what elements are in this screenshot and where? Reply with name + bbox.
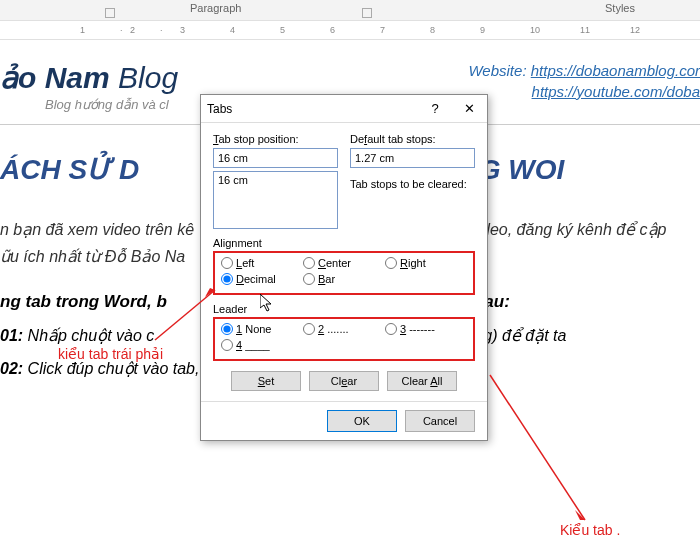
alignment-highlight-box: Left Center Right Decimal Bar bbox=[213, 251, 475, 295]
align-bar-radio[interactable]: Bar bbox=[303, 273, 385, 285]
clear-all-button[interactable]: Clear All bbox=[387, 371, 457, 391]
dialog-titlebar[interactable]: Tabs ? ✕ bbox=[201, 95, 487, 123]
blog-links: Website: https://dobaonamblog.cor https:… bbox=[468, 60, 700, 102]
tab-stop-position-input[interactable] bbox=[213, 148, 338, 168]
annotation-right: Kiểu tab . bbox=[560, 522, 620, 538]
tabs-dialog: Tabs ? ✕ Tab stop position: 16 cm Defaul… bbox=[200, 94, 488, 441]
annotation-left: kiểu tab trái phải bbox=[58, 346, 163, 362]
alignment-group-label: Alignment bbox=[213, 237, 475, 251]
blog-subtitle: Blog hướng dẫn và cl bbox=[0, 97, 178, 112]
align-left-radio[interactable]: Left bbox=[221, 257, 303, 269]
annotation-arrow bbox=[150, 285, 230, 345]
leader-highlight-box: 1 None 2 ....... 3 ------- 4 ____ bbox=[213, 317, 475, 361]
dialog-launcher-icon[interactable] bbox=[362, 8, 372, 18]
tab-stop-position-label: Tab stop position: bbox=[213, 133, 338, 145]
close-icon[interactable]: ✕ bbox=[457, 101, 481, 116]
ok-button[interactable]: OK bbox=[327, 410, 397, 432]
default-tab-label: Default tab stops: bbox=[350, 133, 475, 145]
svg-line-2 bbox=[490, 375, 585, 520]
mouse-cursor-icon bbox=[260, 294, 276, 314]
blog-title: ảo Nam Blog bbox=[0, 60, 178, 95]
align-right-radio[interactable]: Right bbox=[385, 257, 467, 269]
cancel-button[interactable]: Cancel bbox=[405, 410, 475, 432]
leader-3-dashes-radio[interactable]: 3 ------- bbox=[385, 323, 467, 335]
default-tab-input[interactable] bbox=[350, 148, 475, 168]
ruler[interactable]: 1·2·3456789101112 bbox=[0, 20, 700, 40]
youtube-link[interactable]: https://youtube.com/doba bbox=[532, 83, 700, 100]
dialog-title: Tabs bbox=[207, 102, 413, 116]
annotation-arrow bbox=[485, 370, 605, 530]
leader-group-label: Leader bbox=[213, 303, 475, 317]
leader-1-none-radio[interactable]: 1 None bbox=[221, 323, 303, 335]
align-center-radio[interactable]: Center bbox=[303, 257, 385, 269]
ribbon-group-styles: Styles bbox=[605, 2, 635, 14]
website-link[interactable]: https://dobaonamblog.cor bbox=[531, 62, 700, 79]
leader-2-dots-radio[interactable]: 2 ....... bbox=[303, 323, 385, 335]
tab-stops-cleared-label: Tab stops to be cleared: bbox=[350, 178, 475, 190]
svg-line-0 bbox=[155, 290, 215, 340]
clear-button[interactable]: Clear bbox=[309, 371, 379, 391]
ribbon: Paragraph Styles bbox=[0, 0, 700, 20]
dialog-launcher-icon[interactable] bbox=[105, 8, 115, 18]
help-icon[interactable]: ? bbox=[423, 101, 447, 116]
ribbon-group-paragraph: Paragraph bbox=[190, 2, 241, 14]
leader-4-underline-radio[interactable]: 4 ____ bbox=[221, 339, 303, 351]
tab-stop-listbox[interactable]: 16 cm bbox=[213, 171, 338, 229]
align-decimal-radio[interactable]: Decimal bbox=[221, 273, 303, 285]
svg-marker-1 bbox=[205, 288, 215, 297]
set-button[interactable]: Set bbox=[231, 371, 301, 391]
svg-marker-4 bbox=[260, 294, 271, 311]
